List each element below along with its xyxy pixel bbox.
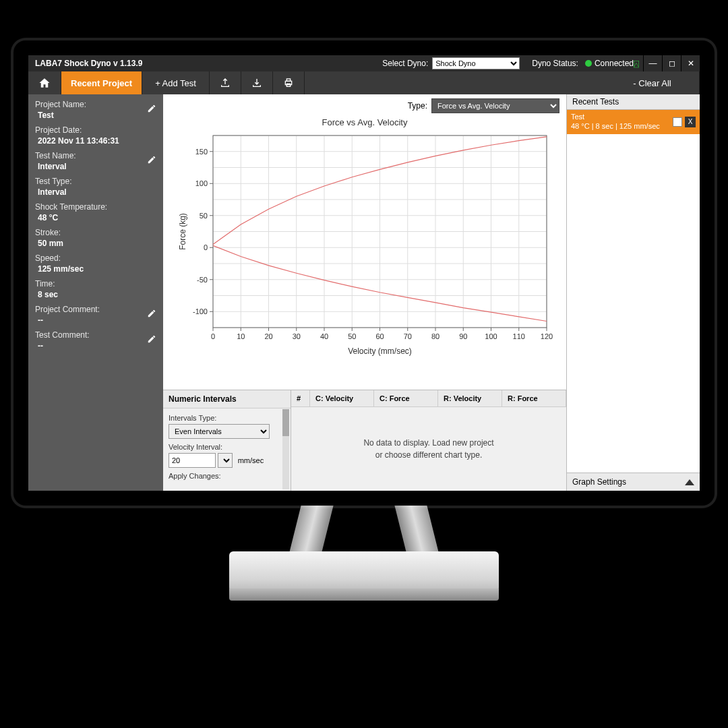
svg-text:120: 120: [541, 332, 553, 340]
pencil-icon[interactable]: [147, 334, 156, 346]
velocity-unit: mm/sec: [235, 456, 264, 464]
pencil-icon[interactable]: [147, 104, 156, 115]
svg-text:-50: -50: [197, 276, 208, 284]
svg-text:-100: -100: [193, 307, 208, 315]
toolbar: Recent Project + Add Test - Clear All: [28, 71, 700, 94]
import-button[interactable]: [241, 71, 273, 94]
project-property: Project Name: Test: [35, 100, 156, 120]
select-dyno-label: Select Dyno:: [378, 59, 432, 68]
svg-text:50: 50: [200, 212, 208, 220]
graph-settings-toggle[interactable]: Graph Settings: [567, 473, 700, 491]
numeric-intervals-heading: Numeric Intervals: [163, 390, 291, 408]
project-property: Test Name: Interval: [35, 151, 156, 171]
intervals-type-label: Intervals Type:: [169, 414, 285, 422]
recent-test-name: Test: [571, 113, 673, 122]
property-value: Interval: [35, 160, 156, 171]
print-button[interactable]: [273, 71, 305, 94]
data-grid: #C: VelocityC: ForceR: VelocityR: Force …: [291, 390, 566, 491]
property-label: Project Comment:: [35, 305, 156, 314]
svg-text:100: 100: [195, 179, 208, 187]
svg-text:60: 60: [375, 332, 384, 340]
svg-text:90: 90: [459, 332, 467, 340]
recent-test-checkbox[interactable]: [673, 117, 682, 127]
scrollbar[interactable]: [282, 409, 289, 489]
recent-test-item[interactable]: Test 48 °C | 8 sec | 125 mm/sec X: [567, 110, 700, 134]
project-property: Project Date: 2022 Nov 11 13:46:31: [35, 125, 156, 146]
apply-changes-label: Apply Changes:: [169, 472, 285, 480]
data-grid-empty-message: No data to display. Load new projector c…: [291, 407, 566, 491]
velocity-interval-stepper[interactable]: [218, 453, 233, 468]
intervals-type-dropdown[interactable]: Even Intervals: [169, 424, 270, 439]
property-value: Interval: [35, 186, 156, 197]
maximize-button[interactable]: ◻: [662, 55, 681, 71]
column-header[interactable]: R: Velocity: [438, 390, 502, 406]
property-value: --: [35, 340, 156, 351]
svg-text:10: 10: [237, 332, 245, 340]
recent-tests-heading: Recent Tests: [567, 94, 700, 110]
numeric-intervals-panel: Numeric Intervals Intervals Type: Even I…: [163, 390, 291, 491]
column-header[interactable]: #: [291, 390, 310, 406]
property-value: 2022 Nov 11 13:46:31: [35, 135, 156, 146]
title-bar: LABA7 Shock Dyno v 1.13.9 Select Dyno: S…: [28, 55, 700, 71]
svg-text:50: 50: [348, 332, 356, 340]
property-label: Project Name:: [35, 100, 156, 109]
property-label: Shock Temperature:: [35, 202, 156, 212]
close-button[interactable]: ✕: [681, 55, 700, 71]
select-dyno-dropdown[interactable]: Shock Dyno: [432, 57, 520, 69]
column-header[interactable]: C: Force: [374, 390, 438, 406]
main-panel: Type: Force vs Avg. Velocity Force vs Av…: [163, 94, 566, 491]
recent-test-remove-button[interactable]: X: [685, 117, 696, 127]
chart-type-dropdown[interactable]: Force vs Avg. Velocity: [431, 98, 559, 113]
project-property: Project Comment: --: [35, 305, 156, 325]
project-property: Stroke: 50 mm: [35, 228, 156, 248]
property-value: 8 sec: [35, 289, 156, 299]
add-test-button[interactable]: + Add Test: [142, 71, 210, 94]
svg-text:150: 150: [195, 148, 208, 156]
velocity-interval-input[interactable]: [169, 453, 216, 468]
svg-text:80: 80: [431, 332, 439, 340]
property-value: 50 mm: [35, 237, 156, 248]
property-label: Project Date:: [35, 125, 156, 135]
project-property: Test Type: Interval: [35, 177, 156, 197]
svg-rect-1: [286, 79, 290, 81]
svg-text:100: 100: [485, 332, 497, 340]
svg-text:Velocity (mm/sec): Velocity (mm/sec): [348, 346, 412, 356]
force-velocity-chart: 0102030405060708090100110120-100-5005010…: [169, 129, 561, 358]
svg-text:70: 70: [404, 332, 412, 340]
property-value: 125 mm/sec: [35, 263, 156, 274]
chevron-up-icon: [685, 479, 694, 485]
project-property: Time: 8 sec: [35, 279, 156, 299]
chart-title: Force vs Avg. Velocity: [169, 117, 561, 127]
usb-icon: ⍓: [634, 59, 643, 69]
chart-type-label: Type:: [408, 101, 427, 111]
home-button[interactable]: [28, 71, 61, 94]
property-value: Test: [35, 109, 156, 120]
column-header[interactable]: C: Velocity: [310, 390, 374, 406]
property-label: Stroke:: [35, 228, 156, 237]
app-title: LABA7 Shock Dyno v 1.13.9: [28, 59, 142, 68]
pencil-icon[interactable]: [147, 309, 156, 320]
graph-settings-label: Graph Settings: [572, 477, 626, 487]
export-button[interactable]: [210, 71, 241, 94]
dyno-status-value: Connected: [595, 59, 634, 68]
column-header[interactable]: R: Force: [502, 390, 566, 406]
svg-text:0: 0: [204, 243, 208, 251]
property-label: Speed:: [35, 253, 156, 263]
pencil-icon[interactable]: [147, 155, 156, 166]
svg-text:0: 0: [211, 332, 215, 340]
svg-text:110: 110: [513, 332, 525, 340]
clear-all-button[interactable]: - Clear All: [605, 71, 700, 94]
svg-text:40: 40: [320, 332, 328, 340]
property-label: Test Name:: [35, 151, 156, 160]
recent-project-button[interactable]: Recent Project: [61, 71, 142, 94]
project-property: Speed: 125 mm/sec: [35, 253, 156, 274]
velocity-interval-label: Velocity Interval:: [169, 443, 285, 451]
status-dot-icon: [585, 60, 592, 67]
minimize-button[interactable]: —: [643, 55, 662, 71]
svg-text:Force (kg): Force (kg): [178, 213, 187, 250]
svg-text:20: 20: [264, 332, 272, 340]
recent-test-meta: 48 °C | 8 sec | 125 mm/sec: [571, 122, 673, 131]
project-property: Shock Temperature: 48 °C: [35, 202, 156, 222]
dyno-status-label: Dyno Status:: [520, 59, 582, 68]
svg-text:30: 30: [293, 332, 301, 340]
